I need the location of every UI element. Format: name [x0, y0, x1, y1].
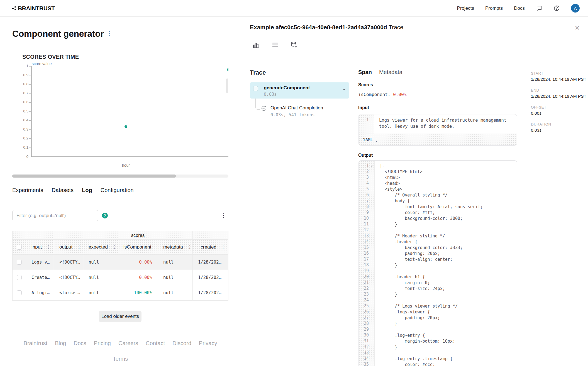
cell-value: 1/28/202… — [198, 260, 221, 265]
column-header-expected[interactable]: expected⋮ — [83, 240, 118, 255]
chart-horizontal-scrollbar[interactable] — [12, 175, 228, 178]
meta-label: START — [531, 71, 587, 75]
stepper-icon[interactable]: ⌃⌄ — [375, 138, 377, 142]
cell-metadata: null — [158, 285, 193, 301]
row-checkbox[interactable] — [17, 275, 22, 280]
code-line — [380, 298, 483, 303]
footer-link-terms[interactable]: Terms — [113, 356, 128, 362]
project-menu-kebab-icon[interactable]: ⋮ — [106, 30, 113, 37]
line-number: 13 — [358, 233, 374, 239]
braintrust-logo[interactable]: BRAINTRUST — [12, 5, 55, 12]
select-all-checkbox[interactable] — [17, 245, 22, 250]
avatar[interactable]: A — [571, 4, 580, 13]
chart-point[interactable] — [125, 125, 127, 128]
footer-link-braintrust[interactable]: Braintrust — [24, 340, 48, 347]
cell-expected: null — [83, 270, 118, 285]
span-checkbox[interactable] — [253, 86, 258, 91]
table-row[interactable]: Create…<!DOCTY…null0.00%null1/28/202… — [12, 270, 228, 285]
list-icon[interactable] — [271, 41, 279, 49]
column-menu-kebab-icon[interactable]: ⋮ — [221, 244, 225, 250]
column-menu-kebab-icon[interactable]: ⋮ — [156, 244, 158, 250]
column-header-metadata[interactable]: metadata⋮ — [158, 240, 193, 255]
tab-experiments[interactable]: Experiments — [12, 187, 43, 193]
line-number: 30 — [358, 333, 374, 338]
scores-heading: Scores — [358, 82, 373, 87]
column-menu-kebab-icon[interactable]: ⋮ — [46, 244, 51, 250]
close-icon[interactable]: ✕ — [575, 24, 580, 32]
panel-vertical-scrollbar[interactable] — [226, 78, 228, 93]
load-older-events-button[interactable]: Load older events — [99, 311, 141, 322]
collapse-chevron-icon[interactable] — [370, 164, 374, 167]
column-header-created[interactable]: created⋮ — [193, 240, 228, 255]
footer-link-pricing[interactable]: Pricing — [94, 340, 111, 347]
y-tick-mark — [29, 138, 31, 139]
row-checkbox[interactable] — [17, 290, 22, 295]
add-to-dataset-icon[interactable] — [291, 41, 298, 49]
column-menu-kebab-icon[interactable]: ⋮ — [77, 244, 81, 250]
cell-value: 1/28/202… — [198, 275, 221, 280]
line-number-text: 17 — [364, 257, 369, 262]
column-menu-kebab-icon[interactable]: ⋮ — [187, 244, 192, 250]
code-line: margin-bottom: 10px; — [380, 338, 483, 344]
table-row[interactable]: Logs v…<!DOCTY…null0.00%null1/28/202… — [12, 255, 228, 270]
tab-metadata[interactable]: Metadata — [379, 69, 402, 75]
nav-link-projects[interactable]: Projects — [457, 6, 474, 11]
chart-point[interactable] — [227, 68, 228, 71]
tab-datasets[interactable]: Datasets — [52, 187, 74, 193]
span-meta-column: START1/28/2024, 10:44:19 AM PSTEND1/28/2… — [531, 71, 587, 139]
code-line: body { — [380, 198, 483, 204]
filter-input[interactable] — [12, 210, 98, 221]
filter-help-icon[interactable]: ? — [102, 213, 108, 218]
line-number: 25 — [358, 303, 374, 309]
footer-link-discord[interactable]: Discord — [172, 340, 191, 347]
table-group-header-row: scores — [12, 231, 228, 240]
line-number: 27 — [358, 315, 374, 321]
column-header-isComponent[interactable]: isComponent⋮ — [118, 240, 158, 255]
nav-link-prompts[interactable]: Prompts — [485, 6, 503, 11]
cell-expected: null — [83, 285, 118, 301]
line-number: 16 — [358, 251, 374, 257]
line-number-text: 18 — [364, 262, 369, 268]
y-tick-label: 0.3 — [8, 127, 28, 131]
trace-span-generateComponent[interactable]: generateComponent 0.03s — [250, 82, 349, 99]
y-tick-mark — [29, 129, 31, 130]
bar-chart-icon[interactable] — [252, 41, 260, 49]
line-number-text: 15 — [364, 245, 369, 251]
column-header-output[interactable]: output⋮ — [54, 240, 83, 255]
meta-value: 0.00s — [531, 111, 587, 116]
footer-link-docs[interactable]: Docs — [74, 340, 86, 347]
table-options-kebab-icon[interactable]: ⋮ — [221, 212, 226, 218]
column-header-label: input — [31, 244, 42, 250]
chevron-down-icon[interactable] — [342, 87, 346, 91]
column-header-label: expected — [89, 244, 108, 250]
meta-label: END — [531, 88, 587, 92]
footer-link-blog[interactable]: Blog — [55, 340, 66, 347]
line-number-text: 33 — [364, 350, 369, 356]
cell-value: null — [163, 260, 174, 265]
cell-expected: null — [83, 255, 118, 270]
tab-span[interactable]: Span — [358, 69, 372, 75]
line-number-text: 34 — [364, 356, 369, 362]
format-selector-value: YAML — [363, 137, 373, 142]
help-icon[interactable] — [553, 5, 560, 11]
format-selector[interactable]: YAML ⌃⌄ — [358, 134, 517, 145]
code-line: .header { — [380, 239, 483, 245]
code-line: <!DOCTYPE html> — [380, 169, 483, 175]
cell-created: 1/28/202… — [193, 270, 228, 285]
tab-configuration[interactable]: Configuration — [101, 187, 134, 193]
footer-link-contact[interactable]: Contact — [146, 340, 165, 347]
footer-link-privacy[interactable]: Privacy — [199, 340, 217, 347]
table-row[interactable]: A logi…<form> …null100.00%null1/28/202… — [12, 285, 228, 301]
code-line: padding: 20px; — [380, 251, 483, 257]
scrollbar-thumb[interactable] — [12, 175, 176, 178]
column-header-input[interactable]: input⋮ — [26, 240, 54, 255]
footer-link-careers[interactable]: Careers — [118, 340, 138, 347]
line-number: 1 — [358, 114, 374, 134]
chat-bubble-icon[interactable] — [536, 5, 542, 11]
line-number-text: 31 — [364, 338, 369, 344]
nav-link-docs[interactable]: Docs — [514, 6, 525, 11]
row-checkbox[interactable] — [17, 260, 22, 265]
column-menu-kebab-icon[interactable]: ⋮ — [112, 244, 117, 250]
tab-log[interactable]: Log — [82, 187, 92, 193]
output-heading: Output — [358, 153, 373, 158]
